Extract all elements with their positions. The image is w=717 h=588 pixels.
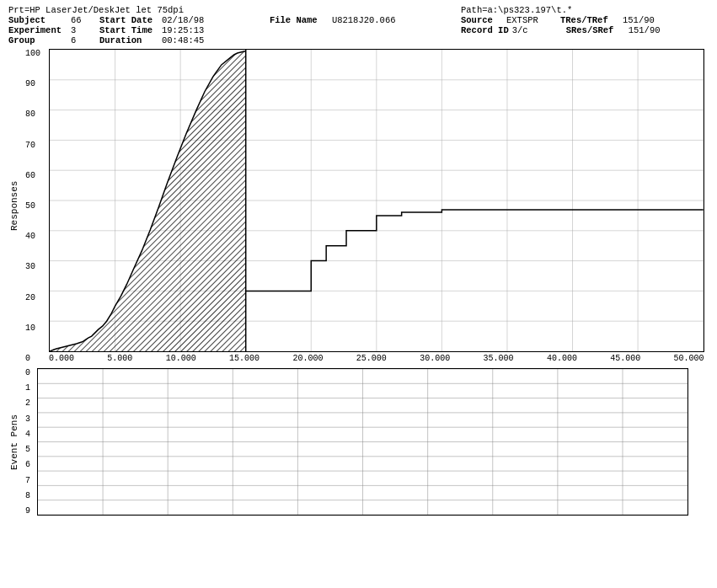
subject-value: 66 bbox=[71, 15, 96, 25]
header-spacer3 bbox=[270, 35, 444, 45]
x-tick-10: 10.000 bbox=[166, 354, 196, 363]
main-chart bbox=[49, 49, 704, 352]
file-name-value: U8218J20.066 bbox=[332, 15, 396, 25]
header: Prt=HP LaserJet/DeskJet let 75dpi Path=a… bbox=[8, 5, 709, 45]
x-tick-50: 50.000 bbox=[674, 354, 704, 363]
start-time-label: Start Time bbox=[99, 25, 158, 35]
x-tick-0: 0.000 bbox=[49, 354, 74, 363]
experiment-label: Experiment bbox=[8, 25, 67, 35]
file-name-label: File Name bbox=[270, 15, 329, 25]
source-tres-row: Source EXTSPR TRes/TRef 151/90 bbox=[461, 15, 709, 25]
experiment-value: 3 bbox=[71, 25, 96, 35]
printer-label: Prt=HP LaserJet/DeskJet let 75dpi bbox=[8, 5, 184, 15]
main-chart-svg bbox=[50, 50, 704, 351]
svg-marker-23 bbox=[50, 51, 246, 351]
group-label: Group bbox=[8, 35, 67, 45]
event-pens-label: Event Pens bbox=[8, 368, 20, 516]
duration-value: 00:48:45 bbox=[162, 35, 204, 45]
event-pens-chart bbox=[37, 368, 688, 516]
event-chart-container: 0 1 2 3 4 5 6 7 8 9 bbox=[37, 368, 688, 516]
x-tick-45: 45.000 bbox=[610, 354, 640, 363]
y-axis-label: Responses bbox=[8, 49, 20, 363]
subject-label: Subject bbox=[8, 15, 67, 25]
sres-sref-label: SRes/SRef bbox=[566, 25, 625, 35]
x-axis-labels: 0.000 5.000 10.000 15.000 20.000 25.000 … bbox=[49, 352, 704, 363]
event-pens-svg bbox=[38, 369, 688, 515]
header-printer-row: Prt=HP LaserJet/DeskJet let 75dpi bbox=[8, 5, 253, 15]
group-row: Group 6 Duration 00:48:45 bbox=[8, 35, 253, 45]
group-value: 6 bbox=[71, 35, 96, 45]
ep-y-ticks: 0 1 2 3 4 5 6 7 8 9 bbox=[25, 368, 30, 516]
start-date-label: Start Date bbox=[99, 15, 158, 25]
x-tick-25: 25.000 bbox=[356, 354, 387, 363]
header-path-row: Path=a:\ps323.197\t.* bbox=[461, 5, 709, 15]
source-value: EXTSPR bbox=[506, 15, 557, 25]
event-pens-section: Event Pens 0 1 2 3 4 5 6 7 8 9 bbox=[8, 368, 709, 516]
header-spacer1 bbox=[270, 5, 444, 15]
record-id-label: Record ID bbox=[461, 25, 509, 35]
y-axis-ticks: 100 90 80 70 60 50 40 30 20 10 0 bbox=[25, 49, 40, 363]
experiment-row: Experiment 3 Start Time 19:25:13 bbox=[8, 25, 253, 35]
start-date-value: 02/18/98 bbox=[162, 15, 204, 25]
start-time-value: 19:25:13 bbox=[162, 25, 204, 35]
source-label: Source bbox=[461, 15, 503, 25]
x-tick-5: 5.000 bbox=[107, 354, 132, 363]
header-spacer4 bbox=[461, 35, 709, 45]
filename-row: File Name U8218J20.066 bbox=[270, 15, 444, 25]
x-tick-15: 15.000 bbox=[229, 354, 260, 363]
main-chart-area: Responses 100 90 80 70 60 50 40 30 20 10… bbox=[8, 49, 709, 363]
main-chart-container: 100 90 80 70 60 50 40 30 20 10 0 bbox=[49, 49, 704, 363]
record-id-value: 3/c bbox=[512, 25, 563, 35]
x-tick-35: 35.000 bbox=[484, 354, 514, 363]
tres-tref-label: TRes/TRef bbox=[560, 15, 619, 25]
x-tick-40: 40.000 bbox=[547, 354, 577, 363]
subject-row: Subject 66 Start Date 02/18/98 bbox=[8, 15, 253, 25]
header-spacer2 bbox=[270, 25, 444, 35]
x-tick-30: 30.000 bbox=[420, 354, 450, 363]
page: Prt=HP LaserJet/DeskJet let 75dpi Path=a… bbox=[0, 0, 717, 519]
sres-sref-value: 151/90 bbox=[629, 25, 661, 35]
x-tick-20: 20.000 bbox=[292, 354, 323, 363]
duration-label: Duration bbox=[99, 35, 158, 45]
sres-row: Record ID 3/c SRes/SRef 151/90 bbox=[461, 25, 709, 35]
path-value: Path=a:\ps323.197\t.* bbox=[461, 5, 572, 15]
tres-tref-value: 151/90 bbox=[623, 15, 655, 25]
